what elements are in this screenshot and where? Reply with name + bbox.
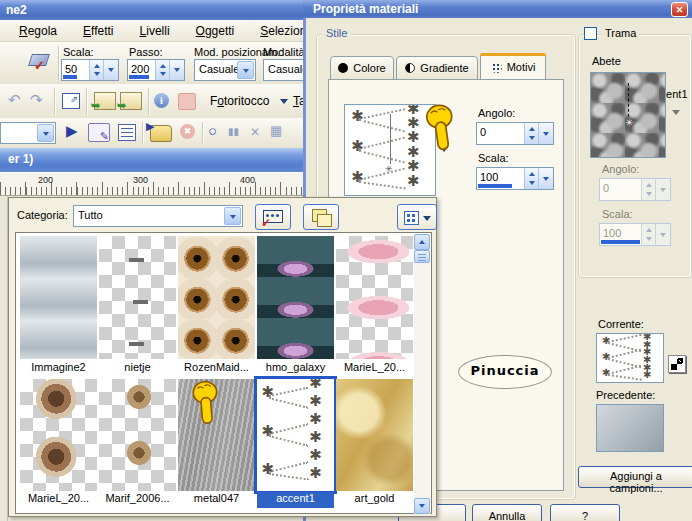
- tab-label: Motivi: [507, 61, 536, 73]
- previous-material-swatch[interactable]: [596, 404, 664, 452]
- pattern-thumb-marif[interactable]: [99, 379, 176, 491]
- fotoritocco-menu[interactable]: Fotoritocco: [210, 94, 269, 108]
- chevron-down-icon[interactable]: [237, 61, 254, 79]
- learning-center-icon[interactable]: [178, 93, 196, 110]
- scala-spinner[interactable]: 100: [476, 167, 554, 190]
- transparency-checker-icon[interactable]: [668, 355, 686, 373]
- chevron-down-icon[interactable]: [37, 124, 54, 142]
- categoria-label: Categoria:: [17, 209, 68, 221]
- passo-value: 200: [131, 63, 149, 75]
- pattern-label[interactable]: art_gold: [336, 492, 413, 508]
- categoria-combobox[interactable]: Tutto: [73, 205, 243, 227]
- pattern-label[interactable]: Marif_2006...: [99, 492, 176, 508]
- spin-up-down: [641, 179, 655, 200]
- copy-files-button[interactable]: [303, 204, 339, 230]
- edit-script-icon[interactable]: ✎: [88, 123, 110, 142]
- modpos-combobox[interactable]: Casuale: [194, 59, 256, 81]
- add-to-swatches-button[interactable]: Aggiungi a campioni...: [578, 466, 692, 488]
- trama-checkbox[interactable]: [584, 27, 597, 40]
- fit-window-icon[interactable]: ⇗: [62, 93, 80, 109]
- view-options-button[interactable]: [397, 204, 437, 230]
- play-script-icon[interactable]: ▶: [66, 122, 78, 140]
- pattern-thumb-art-gold[interactable]: [336, 379, 413, 491]
- scala-spinner[interactable]: 50: [61, 59, 119, 81]
- spin-dropdown: [655, 179, 670, 200]
- pattern-thumb-immagine2[interactable]: [20, 236, 97, 359]
- chevron-down-icon[interactable]: [280, 99, 288, 104]
- dialog-titlebar[interactable]: Proprietà materiali ✕: [303, 0, 692, 18]
- spin-dropdown[interactable]: [538, 123, 553, 144]
- pointing-hand-cursor: [188, 377, 224, 432]
- modalita-label: Modalità: [263, 46, 305, 58]
- menu-regola[interactable]: Regola: [6, 22, 70, 40]
- scroll-up-icon[interactable]: [414, 234, 430, 250]
- canvas-edge: [0, 196, 8, 521]
- open-image-icon[interactable]: ➥: [94, 92, 116, 110]
- texture-preview[interactable]: [590, 72, 666, 158]
- pattern-thumb-rozenmaid[interactable]: [178, 236, 255, 359]
- pattern-label[interactable]: RozenMaid...: [178, 361, 255, 377]
- scroll-down-icon[interactable]: [414, 498, 430, 514]
- spin-up-down[interactable]: [155, 60, 169, 80]
- stile-caption: Stile: [322, 27, 351, 39]
- annulla-button[interactable]: Annulla: [472, 504, 542, 521]
- pattern-label[interactable]: metal047: [178, 492, 255, 508]
- chevron-down-icon[interactable]: [224, 207, 241, 225]
- texture-angolo-label: Angolo:: [602, 163, 639, 175]
- spin-dropdown[interactable]: [169, 60, 184, 80]
- pattern-label[interactable]: MarieL_20...: [20, 492, 97, 508]
- menu-oggetti[interactable]: Oggetti: [183, 22, 248, 40]
- gradient-icon: [405, 63, 415, 73]
- current-material-swatch[interactable]: ✱✱✱✱✱✱✱✱✱: [596, 333, 664, 383]
- passo-spinner[interactable]: 200: [127, 59, 185, 81]
- pause-script-icon[interactable]: ▮▮: [228, 123, 239, 141]
- pattern-label[interactable]: nietje: [99, 361, 176, 377]
- tab-colore[interactable]: Colore: [330, 56, 394, 80]
- categoria-value: Tutto: [78, 209, 224, 221]
- pattern-thumb-mariel[interactable]: [336, 236, 413, 359]
- texture-dropdown-icon[interactable]: [672, 110, 680, 115]
- presets-eraser-icon[interactable]: ✓: [28, 52, 52, 72]
- pattern-thumb-nietje[interactable]: [99, 236, 176, 359]
- pattern-thumb-accent1-selected[interactable]: ✱✱✱✱✱✱✱✱✱: [257, 379, 334, 491]
- green-arrow-icon: ➥: [91, 99, 100, 112]
- pattern-label[interactable]: MarieL_20...: [336, 361, 413, 377]
- cancel-script-icon[interactable]: ✕: [250, 123, 260, 141]
- undo-icon[interactable]: ↶: [8, 91, 21, 109]
- spin-up-down[interactable]: [524, 168, 538, 189]
- spin-slider-bar: [601, 240, 640, 244]
- edit-categories-button[interactable]: ✓: [255, 204, 291, 230]
- pattern-label-selected[interactable]: accent1: [257, 492, 334, 508]
- close-icon[interactable]: ✕: [671, 2, 688, 17]
- script-combobox[interactable]: [0, 122, 56, 144]
- menu-livelli[interactable]: Livelli: [127, 22, 183, 40]
- precedente-label: Precedente:: [596, 389, 655, 401]
- tab-gradiente[interactable]: Gradiente: [396, 56, 478, 80]
- spin-dropdown[interactable]: [103, 60, 118, 80]
- save-script-icon[interactable]: ▦: [270, 122, 282, 140]
- menu-effetti[interactable]: Effetti: [70, 22, 126, 40]
- vertical-scrollbar[interactable]: [414, 234, 430, 514]
- app-title: ne2: [6, 3, 27, 17]
- record-script-icon[interactable]: ○: [208, 122, 217, 140]
- stop-script-icon[interactable]: ✖: [180, 124, 195, 139]
- pattern-label[interactable]: hmo_galaxy: [257, 361, 334, 377]
- texture-scala-spinner: 100: [599, 223, 671, 246]
- spin-dropdown[interactable]: [538, 168, 553, 189]
- angolo-spinner[interactable]: 0: [476, 122, 554, 145]
- info-icon[interactable]: i: [154, 93, 169, 108]
- spin-slider-bar: [129, 75, 149, 79]
- pattern-label[interactable]: Immagine2: [20, 361, 97, 377]
- script-output-icon[interactable]: [118, 124, 136, 141]
- browse-images-icon[interactable]: ➥: [120, 92, 142, 110]
- check-icon: ✓: [34, 58, 45, 73]
- redo-icon[interactable]: ↷: [30, 91, 43, 109]
- help-button[interactable]: ?: [550, 504, 620, 521]
- run-script-icon[interactable]: ▶: [150, 125, 172, 142]
- scrollbar-thumb[interactable]: [414, 250, 430, 263]
- pattern-thumb-mariel2[interactable]: [20, 379, 97, 491]
- pattern-thumb-hmo-galaxy[interactable]: [257, 236, 334, 359]
- spin-up-down[interactable]: [89, 60, 103, 80]
- tab-motivi[interactable]: Motivi: [480, 53, 546, 80]
- spin-up-down[interactable]: [524, 123, 538, 144]
